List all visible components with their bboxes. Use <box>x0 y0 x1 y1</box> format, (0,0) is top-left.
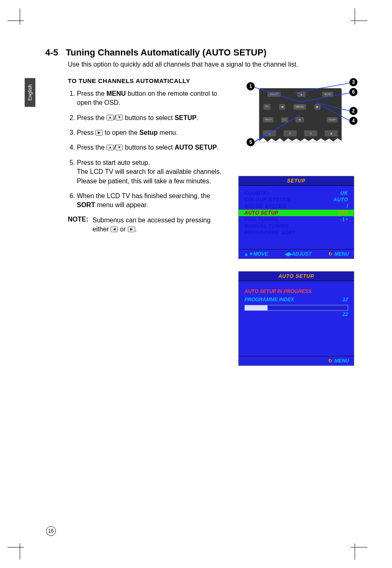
language-tab: English <box>25 78 35 107</box>
callout-5: 5 <box>247 138 255 146</box>
step-text: Press to start auto setup. <box>77 159 150 166</box>
step-text: . <box>196 114 198 121</box>
osd-footer: ↻ MENU <box>239 356 354 365</box>
up-icon: ▲ <box>106 145 114 150</box>
step-text: menu will appear. <box>95 201 148 208</box>
osd-programme-index-value: 12 <box>343 297 348 302</box>
step-text: When the LCD TV has finished searching, … <box>77 192 210 199</box>
remote-torn-edge <box>259 138 341 142</box>
remote-power-button: POWER <box>267 92 281 97</box>
section-title-text: Tuning Channels Automatically (AUTO SETU… <box>66 47 267 58</box>
step-text: buttons to select <box>123 144 174 151</box>
osd-row-auto-setup: AUTO SETUPOFF <box>239 210 354 216</box>
right-icon: ▶ <box>128 226 135 232</box>
section-heading: 4-5Tuning Channels Automatically (AUTO S… <box>45 47 362 58</box>
crop-mark <box>351 8 367 25</box>
down-icon: ▼ <box>115 115 123 120</box>
remote-num-1: 1 <box>263 130 276 136</box>
step-5: Press to start auto setup. The LCD TV wi… <box>77 158 222 186</box>
osd-row-manual-tuning: MANUAL TUNING <box>244 223 348 229</box>
crop-mark <box>7 543 24 560</box>
section-number: 4-5 <box>45 47 66 58</box>
osd-row-fine-tuning: FINE TUNING -+ <box>244 216 348 223</box>
remote-input-button: INPUT <box>263 117 274 122</box>
section-intro: Use this option to quickly add all chann… <box>68 60 362 69</box>
osd-title: AUTO SETUP <box>239 272 354 281</box>
page-number: 16 <box>46 526 56 536</box>
crop-mark <box>351 543 367 560</box>
step-text: Press <box>77 129 95 136</box>
note-text-part: Submenus can be accessed by pressing eit… <box>92 217 210 233</box>
step-2: Press the ▲/▼ buttons to select SETUP. <box>77 113 222 122</box>
step-bold: SETUP <box>175 114 196 121</box>
step-text: menu. <box>158 129 178 136</box>
osd-footer-adjust: ◀▶ADJUST <box>284 251 311 257</box>
osd-setup-screen: SETUP COUNTRYUK COLOUR SYSTEMAUTO SOUND … <box>238 176 354 259</box>
step-bold: Setup <box>139 129 157 136</box>
remote-num-2: 2 <box>284 130 297 136</box>
callout-4: 4 <box>349 117 357 125</box>
remote-down-button: ▼ <box>295 117 304 122</box>
step-text: Press the <box>77 114 106 121</box>
fine-tuning-bar: -+ <box>340 217 348 222</box>
remote-right-button: ▶ <box>314 104 321 110</box>
step-3: Press ▶ to open the Setup menu. <box>77 128 222 137</box>
remote-menu-button: MENU <box>293 104 306 110</box>
note-label: NOTE: <box>68 216 92 234</box>
crop-mark <box>7 8 24 25</box>
step-text: to open the <box>103 129 139 136</box>
osd-row-country: COUNTRYUK <box>244 190 348 196</box>
instructions-heading: TO TUNE CHANNELS AUTOMATICALLY <box>68 77 222 84</box>
note: NOTE: Submenus can be accessed by pressi… <box>68 216 222 234</box>
step-bold: SORT <box>77 201 95 208</box>
osd-progress-bar <box>244 305 348 311</box>
up-icon: ▲ <box>106 115 114 120</box>
remote-tv-button: TV <box>263 104 270 110</box>
steps-list: Press the MENU button on the remote cont… <box>68 89 222 210</box>
step-text: . <box>217 144 219 151</box>
callout-6: 6 <box>349 88 357 96</box>
osd-row-sound-system: SOUND SYSTEMI <box>244 203 348 210</box>
note-text: Submenus can be accessed by pressing eit… <box>92 216 222 234</box>
remote-cc-button: CC <box>281 117 288 122</box>
left-icon: ◀ <box>111 226 118 232</box>
remote-body: POWER ▲ MUTE TV ◀ MENU ▶ INPUT CC ▼ <box>259 88 342 142</box>
step-text: buttons to select <box>123 114 174 121</box>
remote-left-button: ◀ <box>279 104 285 110</box>
osd-row-colour-system: COLOUR SYSTEMAUTO <box>244 196 348 203</box>
callout-2: 2 <box>349 107 357 115</box>
step-bold: AUTO SETUP <box>175 144 217 151</box>
osd-footer-menu: ↻ MENU <box>328 358 349 364</box>
remote-num-3: 3 <box>304 130 317 136</box>
step-6: When the LCD TV has finished searching, … <box>77 192 222 210</box>
osd-programme-index-label: PROGRAMME INDEX <box>244 297 294 302</box>
step-1: Press the MENU button on the remote cont… <box>77 89 222 108</box>
step-4: Press the ▲/▼ buttons to select AUTO SET… <box>77 143 222 152</box>
osd-counter: 22 <box>244 312 348 317</box>
osd-auto-setup-screen: AUTO SETUP AUTO SETUP IN PROGRESS PROGRA… <box>238 271 354 366</box>
step-text: Press the <box>77 144 106 151</box>
remote-up-button: ▲ <box>297 92 306 97</box>
osd-row-programme-sort: PROGRAMME SORT <box>244 229 348 236</box>
osd-status-text: AUTO SETUP IN PROGRESS <box>244 289 348 294</box>
step-text: The LCD TV will search for all available… <box>77 168 221 184</box>
remote-mute-button: MUTE <box>322 92 333 97</box>
osd-footer: ▲▼MOVE ◀▶ADJUST ↻ MENU <box>239 249 354 259</box>
right-icon: ▶ <box>95 130 103 136</box>
osd-programme-index-row: PROGRAMME INDEX 12 <box>244 297 348 302</box>
step-bold: MENU <box>106 90 126 97</box>
remote-ch-up: ▲ <box>325 130 338 136</box>
osd-footer-move: ▲▼MOVE <box>244 251 268 257</box>
osd-title: SETUP <box>239 176 354 186</box>
remote-figure: POWER ▲ MUTE TV ◀ MENU ▶ INPUT CC ▼ <box>238 77 362 151</box>
remote-sleep-button: SLEEP <box>327 117 338 122</box>
osd-footer-menu: ↻ MENU <box>328 251 349 257</box>
note-text-part: or <box>118 226 127 233</box>
step-text: Press the <box>77 90 106 97</box>
note-text-part: . <box>135 226 137 233</box>
callout-1: 1 <box>247 82 255 90</box>
callout-3: 3 <box>349 78 357 86</box>
down-icon: ▼ <box>115 145 123 150</box>
